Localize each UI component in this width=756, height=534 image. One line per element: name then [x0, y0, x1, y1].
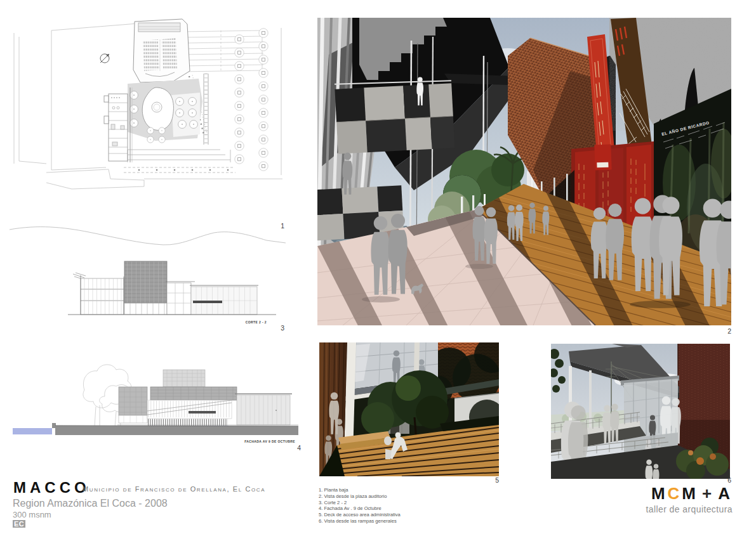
figure-number-5: 5 — [490, 476, 499, 484]
section-drawing — [10, 219, 286, 326]
deck-render — [319, 342, 499, 476]
main-render: EL AÑO DE RICARDO — [317, 18, 731, 325]
plan-tree-grid — [235, 29, 268, 171]
elevation-building — [117, 370, 298, 425]
main-render-svg: EL AÑO DE RICARDO — [317, 18, 731, 325]
legend-item: 1. Planta baja — [319, 487, 401, 493]
logo-letter-m2: M — [682, 484, 698, 503]
studio-tagline: taller de arquitectura — [646, 504, 733, 514]
elevation-drawing — [10, 352, 305, 447]
ramps-render-svg — [551, 344, 730, 479]
figure-number-3: 3 — [275, 324, 284, 332]
region-line: Region Amazónica El Coca - 2008 — [13, 498, 168, 509]
service-wing-plan — [104, 94, 128, 161]
elevation-label: FACHADA AV 9 DE OCTUBRE — [241, 440, 295, 443]
legend-item: 2. Vista desde la plaza auditorio — [319, 493, 401, 500]
section-label: CORTE 2 - 2 — [222, 320, 267, 324]
studio-logo-wordmark: MCM+A — [646, 484, 733, 504]
elevation-svg — [10, 352, 305, 447]
north-arrow-icon — [100, 54, 109, 63]
column-6b — [589, 370, 592, 434]
logo-letter-m1: M — [651, 484, 668, 503]
figure-number-2: 2 — [722, 327, 731, 335]
logo-letter-a: A — [718, 484, 733, 503]
presentation-board: 1 — [0, 0, 756, 534]
studio-logo: MCM+A taller de arquitectura — [646, 484, 733, 514]
pergola-lines — [182, 30, 263, 72]
altitude-line: 300 msnm — [13, 510, 51, 519]
legend-item: 6. Vista desde las rampas generales — [319, 518, 401, 524]
auditorium-plan — [133, 19, 190, 82]
country-code-badge: EC — [13, 520, 25, 528]
municipality-subtitle: Municipio de Francisco de Orellana, El C… — [83, 485, 265, 493]
floor-plan-svg — [10, 13, 286, 198]
section-svg — [10, 219, 286, 326]
legend-item: 5. Deck de acceso area administrativa — [319, 512, 401, 518]
figure-legend: 1. Planta baja 2. Vista desde la plaza a… — [319, 487, 401, 524]
floor-plan-drawing — [10, 13, 286, 198]
plaza-plan — [128, 74, 208, 145]
terrain-line — [10, 227, 286, 245]
legend-item: 3. Corte 2 - 2 — [319, 500, 401, 506]
building-section — [68, 261, 276, 315]
deck-render-svg — [319, 342, 499, 476]
figure-number-4: 4 — [292, 444, 301, 452]
legend-item: 4. Fachada Av . 9 de Octubre — [319, 505, 401, 512]
figure-number-6: 6 — [722, 476, 731, 484]
ramps-render — [551, 344, 730, 479]
logo-plus-sign: + — [702, 484, 714, 503]
deck-plan-lines — [124, 150, 235, 173]
logo-letter-c: C — [668, 484, 682, 503]
concrete-balcony-upper — [335, 78, 455, 153]
project-title: MACCO — [13, 479, 90, 497]
